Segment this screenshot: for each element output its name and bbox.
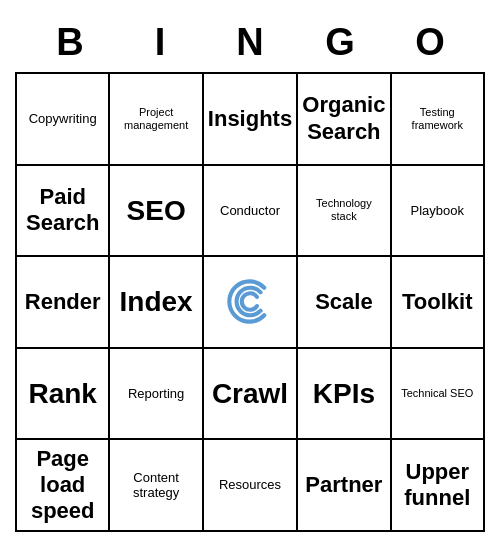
cell-r2-c3: Scale	[298, 257, 391, 349]
cell-r4-c1: Content strategy	[110, 440, 203, 532]
cell-r1-c2: Conductor	[204, 166, 298, 258]
cell-r4-c4: Upper funnel	[392, 440, 485, 532]
cell-r2-c1: Index	[110, 257, 203, 349]
cell-r1-c0: Paid Search	[17, 166, 110, 258]
cell-r3-c2: Crawl	[204, 349, 298, 441]
cell-r3-c0: Rank	[17, 349, 110, 441]
cell-r0-c2: Insights	[204, 74, 298, 166]
cell-r0-c3: Organic Search	[298, 74, 391, 166]
letter-n: N	[210, 21, 290, 64]
letter-b: B	[30, 21, 110, 64]
letter-i: I	[120, 21, 200, 64]
cell-r3-c1: Reporting	[110, 349, 203, 441]
cell-r1-c1: SEO	[110, 166, 203, 258]
cell-r0-c1: Project management	[110, 74, 203, 166]
cell-r4-c3: Partner	[298, 440, 391, 532]
cell-r1-c4: Playbook	[392, 166, 485, 258]
letter-o: O	[390, 21, 470, 64]
cell-r2-c0: Render	[17, 257, 110, 349]
cell-r3-c4: Technical SEO	[392, 349, 485, 441]
cell-r0-c4: Testing framework	[392, 74, 485, 166]
letter-g: G	[300, 21, 380, 64]
cell-r3-c3: KPIs	[298, 349, 391, 441]
cell-r4-c0: Page load speed	[17, 440, 110, 532]
bingo-header: B I N G O	[15, 12, 485, 72]
cell-r2-c4: Toolkit	[392, 257, 485, 349]
bingo-card: B I N G O CopywritingProject managementI…	[15, 12, 485, 532]
cell-r1-c3: Technology stack	[298, 166, 391, 258]
cell-r2-c2	[204, 257, 298, 349]
cell-r0-c0: Copywriting	[17, 74, 110, 166]
cell-r4-c2: Resources	[204, 440, 298, 532]
bingo-grid: CopywritingProject managementInsightsOrg…	[15, 72, 485, 532]
